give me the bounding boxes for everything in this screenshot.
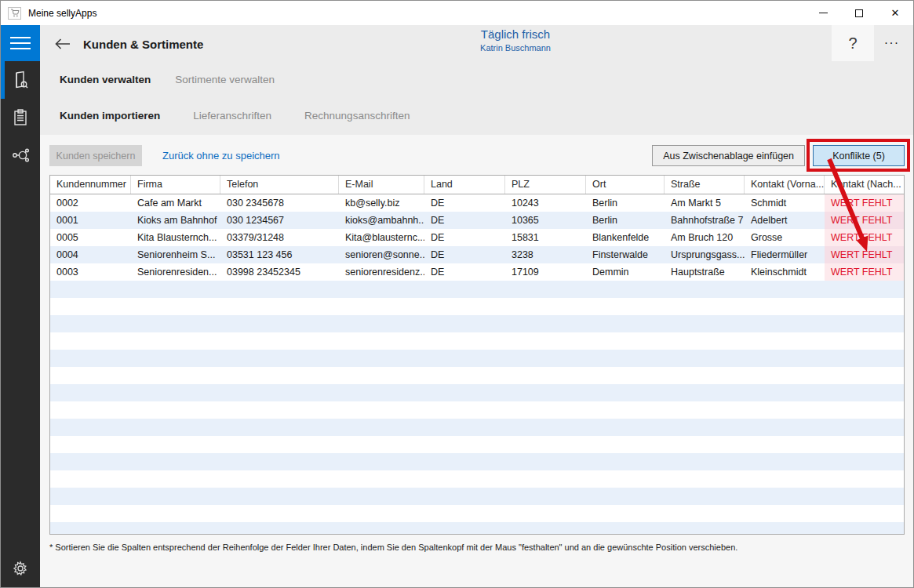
sidebar [1, 25, 40, 587]
hamburger-icon [10, 37, 31, 38]
title-bar: Meine sellyApps ✕ [1, 1, 913, 25]
table-cell[interactable]: seniorenresidenz... [339, 263, 424, 281]
table-row[interactable]: 0003Seniorenresiden...03998 23452345seni… [50, 263, 904, 281]
save-customers-button[interactable]: Kunden speichern [49, 145, 142, 166]
table-cell[interactable]: Am Markt 5 [665, 194, 745, 212]
table-cell[interactable]: Seniorenresiden... [131, 263, 220, 281]
table-cell[interactable]: Kita@blausternc... [339, 229, 424, 246]
sidebar-item-share[interactable] [1, 136, 40, 174]
column-header[interactable]: Straße [665, 176, 745, 194]
minimize-button[interactable] [805, 1, 841, 25]
table-cell[interactable]: 15831 [505, 229, 586, 246]
maximize-button[interactable] [841, 1, 877, 25]
table-cell[interactable]: Ursprungsgass... [665, 246, 745, 263]
more-options-button[interactable]: ... [877, 25, 907, 61]
table-cell[interactable]: 3238 [505, 246, 586, 263]
sidebar-item-customers[interactable] [1, 61, 40, 99]
missing-value-cell[interactable]: WERT FEHLT [825, 263, 904, 281]
table-cell[interactable]: Berlin [586, 194, 665, 212]
table-cell[interactable]: 0001 [50, 212, 131, 229]
column-header[interactable]: Land [424, 176, 505, 194]
table-row[interactable]: 0001Kioks am Bahnhof030 1234567kioks@amb… [50, 212, 904, 229]
table-cell[interactable]: DE [424, 212, 505, 229]
conflicts-button[interactable]: Konflikte (5) [813, 145, 905, 166]
tab-rechnungsanschriften[interactable]: Rechnungsanschriften [304, 110, 410, 122]
column-header[interactable]: PLZ [505, 176, 586, 194]
hamburger-menu-button[interactable] [1, 25, 40, 61]
table-cell[interactable]: Hauptstraße [665, 263, 745, 281]
table-cell[interactable]: 030 2345678 [220, 194, 339, 212]
sidebar-item-settings[interactable] [1, 550, 40, 587]
table-header: KundennummerFirmaTelefonE-MailLandPLZOrt… [50, 176, 904, 194]
table-row[interactable]: 0005Kita Blausternch...03379/31248Kita@b… [50, 229, 904, 246]
account-name: Täglich frisch [448, 27, 583, 41]
table-cell[interactable]: 10365 [505, 212, 586, 229]
missing-value-cell[interactable]: WERT FEHLT [825, 229, 904, 246]
table-cell[interactable]: 10243 [505, 194, 586, 212]
table-cell[interactable]: 0003 [50, 263, 131, 281]
account-user: Katrin Buschmann [448, 43, 583, 53]
table-cell[interactable]: Am Bruch 120 [665, 229, 745, 246]
table-cell[interactable]: Cafe am Markt [131, 194, 220, 212]
window-controls: ✕ [805, 1, 913, 25]
back-without-saving-link[interactable]: Zurück ohne zu speichern [162, 150, 280, 162]
table-cell[interactable]: DE [424, 229, 505, 246]
table-cell[interactable]: DE [424, 194, 505, 212]
tab-lieferanschriften[interactable]: Lieferanschriften [193, 110, 271, 122]
empty-table-row [50, 488, 904, 505]
sidebar-item-orders[interactable] [1, 99, 40, 136]
missing-value-cell[interactable]: WERT FEHLT [825, 246, 904, 263]
table-cell[interactable]: 0002 [50, 194, 131, 212]
table-cell[interactable]: Demmin [586, 263, 665, 281]
account-info[interactable]: Täglich frisch Katrin Buschmann [448, 27, 583, 53]
table-cell[interactable]: DE [424, 246, 505, 263]
table-cell[interactable]: Seniorenheim S... [131, 246, 220, 263]
table-cell[interactable]: Adelbert [745, 212, 825, 229]
table-cell[interactable]: Kleinschmidt [745, 263, 825, 281]
column-header[interactable]: Ort [586, 176, 665, 194]
empty-table-row [50, 281, 904, 298]
table-cell[interactable]: senioren@sonne... [339, 246, 424, 263]
table-cell[interactable]: Fliedermüller [745, 246, 825, 263]
column-header[interactable]: Kontakt (Nach... [825, 176, 904, 194]
table-cell[interactable]: Bahnhofstraße 7 [665, 212, 745, 229]
table-cell[interactable]: Schmidt [745, 194, 825, 212]
close-button[interactable]: ✕ [877, 1, 913, 25]
missing-value-cell[interactable]: WERT FEHLT [825, 212, 904, 229]
help-button[interactable]: ? [832, 25, 874, 61]
table-row[interactable]: 0002Cafe am Markt030 2345678kb@selly.biz… [50, 194, 904, 212]
table-cell[interactable]: Kita Blausternch... [131, 229, 220, 246]
tab-kunden-verwalten[interactable]: Kunden verwalten [60, 74, 151, 85]
paste-from-clipboard-button[interactable]: Aus Zwischenablage einfügen [652, 145, 805, 166]
table-cell[interactable]: DE [424, 263, 505, 281]
column-header[interactable]: Firma [131, 176, 220, 194]
column-header[interactable]: Kontakt (Vorna... [745, 176, 825, 194]
table-cell[interactable]: 030 1234567 [220, 212, 339, 229]
tab-sortimente-verwalten[interactable]: Sortimente verwalten [175, 74, 275, 85]
table-cell[interactable]: Berlin [586, 212, 665, 229]
back-button[interactable] [49, 31, 76, 57]
column-header[interactable]: Kundennummer [50, 176, 131, 194]
table-cell[interactable]: 03531 123 456 [220, 246, 339, 263]
table-cell[interactable]: 03379/31248 [220, 229, 339, 246]
table-cell[interactable]: 03998 23452345 [220, 263, 339, 281]
missing-value-cell[interactable]: WERT FEHLT [825, 194, 904, 212]
table-cell[interactable]: Kioks am Bahnhof [131, 212, 220, 229]
table-cell[interactable]: kioks@ambahnh... [339, 212, 424, 229]
table-cell[interactable]: 0004 [50, 246, 131, 263]
table-cell[interactable]: Blankenfelde [586, 229, 665, 246]
table-cell[interactable]: Finsterwalde [586, 246, 665, 263]
table-cell[interactable]: kb@selly.biz [339, 194, 424, 212]
back-arrow-icon [54, 38, 71, 50]
empty-table-row [50, 367, 904, 384]
table-cell[interactable]: 0005 [50, 229, 131, 246]
close-icon: ✕ [891, 8, 900, 18]
column-header[interactable]: E-Mail [339, 176, 424, 194]
tab-kunden-importieren[interactable]: Kunden importieren [60, 110, 160, 122]
customers-search-icon [11, 70, 30, 90]
table-cell[interactable]: Grosse [745, 229, 825, 246]
empty-table-row [50, 298, 904, 315]
table-cell[interactable]: 17109 [505, 263, 586, 281]
column-header[interactable]: Telefon [220, 176, 339, 194]
table-row[interactable]: 0004Seniorenheim S...03531 123 456senior… [50, 246, 904, 263]
